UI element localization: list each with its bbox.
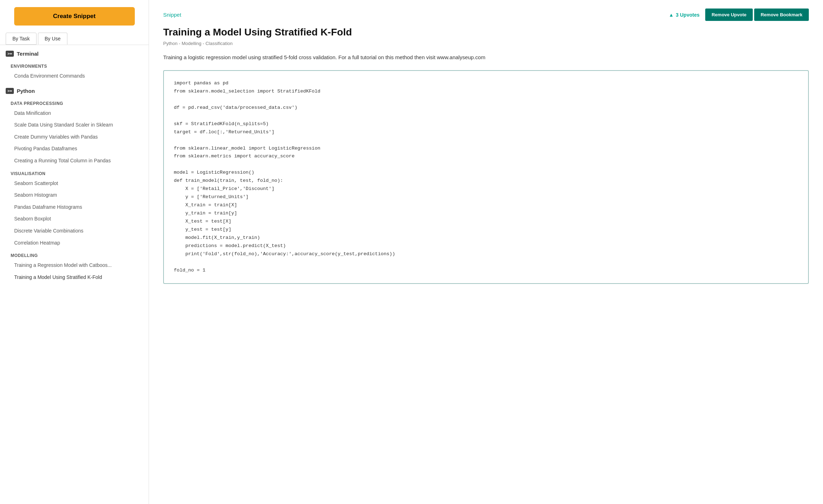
tab-by-use[interactable]: By Use bbox=[38, 33, 67, 45]
sidebar-item-data-minification[interactable]: Data Minification bbox=[0, 107, 149, 119]
sidebar-item-seaborn-histogram[interactable]: Seaborn Histogram bbox=[0, 189, 149, 201]
python-icon: >= bbox=[6, 88, 14, 94]
sidebar: Create Snippet By Task By Use >= Termina… bbox=[0, 0, 149, 504]
snippet-meta: Python - Modelling - Classification bbox=[163, 41, 809, 46]
tab-by-task[interactable]: By Task bbox=[6, 33, 37, 45]
sidebar-item-discrete-vars[interactable]: Discrete Variable Combinations bbox=[0, 225, 149, 237]
sidebar-item-catboost[interactable]: Training a Regression Model with Catboos… bbox=[0, 259, 149, 271]
create-snippet-button[interactable]: Create Snippet bbox=[14, 7, 135, 26]
right-header-group: ▲ 3 Upvotes Remove Upvote Remove Bookmar… bbox=[669, 9, 809, 21]
sidebar-item-pandas-histograms[interactable]: Pandas Dataframe Histograms bbox=[0, 201, 149, 213]
sidebar-item-running-total[interactable]: Creating a Running Total Column in Panda… bbox=[0, 155, 149, 167]
python-section-label: Python bbox=[17, 88, 35, 94]
code-block: import pandas as pd from sklearn.model_s… bbox=[163, 70, 809, 284]
sidebar-item-pivoting[interactable]: Pivoting Pandas Dataframes bbox=[0, 143, 149, 155]
upvote-triangle-icon: ▲ bbox=[669, 12, 674, 18]
visualisation-label: VISUALISATION bbox=[0, 167, 149, 178]
remove-bookmark-button[interactable]: Remove Bookmark bbox=[754, 9, 809, 21]
terminal-section-header[interactable]: >= Terminal bbox=[0, 45, 149, 60]
main-content: Snippet ▲ 3 Upvotes Remove Upvote Remove… bbox=[149, 0, 823, 504]
snippet-title: Training a Model Using Stratified K-Fold bbox=[163, 27, 809, 38]
sidebar-item-conda[interactable]: Conda Environment Commands bbox=[0, 70, 149, 82]
app-layout: Create Snippet By Task By Use >= Termina… bbox=[0, 0, 823, 504]
sidebar-item-scale-data[interactable]: Scale Data Using Standard Scaler in Skle… bbox=[0, 119, 149, 131]
action-buttons: Remove Upvote Remove Bookmark bbox=[705, 9, 809, 21]
sidebar-item-seaborn-boxplot[interactable]: Seaborn Boxplot bbox=[0, 213, 149, 225]
terminal-icon: >= bbox=[6, 51, 14, 57]
remove-upvote-button[interactable]: Remove Upvote bbox=[705, 9, 753, 21]
upvote-area: ▲ 3 Upvotes bbox=[669, 12, 700, 18]
tabs-row: By Task By Use bbox=[0, 33, 149, 45]
snippet-label: Snippet bbox=[163, 12, 181, 18]
snippet-header-row: Snippet ▲ 3 Upvotes Remove Upvote Remove… bbox=[163, 9, 809, 21]
sidebar-item-stratified-kfold[interactable]: Training a Model Using Stratified K-Fold bbox=[0, 271, 149, 284]
data-preprocessing-label: DATA PREPROCESSING bbox=[0, 97, 149, 107]
sidebar-item-seaborn-scatter[interactable]: Seaborn Scatterplot bbox=[0, 178, 149, 190]
snippet-description: Training a logistic regression model usi… bbox=[163, 53, 809, 62]
sidebar-item-dummy-vars[interactable]: Create Dummy Variables with Pandas bbox=[0, 131, 149, 143]
environments-category-label: ENVIRONMENTS bbox=[0, 60, 149, 70]
python-section-header[interactable]: >= Python bbox=[0, 82, 149, 97]
modelling-label: MODELLING bbox=[0, 249, 149, 259]
upvotes-count: 3 Upvotes bbox=[676, 12, 700, 18]
sidebar-item-correlation-heatmap[interactable]: Correlation Heatmap bbox=[0, 237, 149, 249]
terminal-section-label: Terminal bbox=[17, 51, 38, 57]
